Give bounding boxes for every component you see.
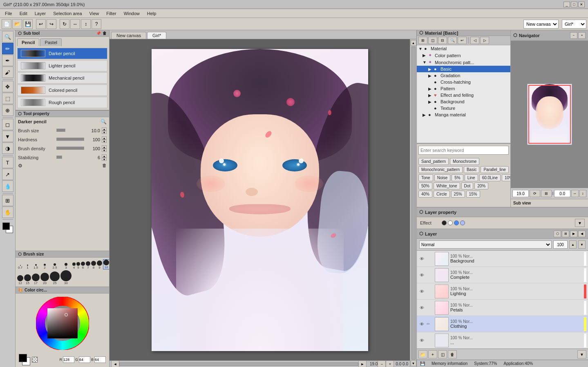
fg-swatch[interactable] — [19, 354, 27, 362]
rotate-button[interactable]: ↻ — [60, 19, 69, 29]
layer-vis-clothing[interactable]: 👁 — [418, 321, 425, 327]
subtool-rough-pencil[interactable]: Rough pencil — [17, 97, 107, 108]
toolprop-trash-icon[interactable]: 🗑 — [102, 163, 107, 169]
stabilizing-up[interactable]: ▲ — [102, 154, 107, 158]
canvas-tab-girl[interactable]: Girl* — [147, 32, 166, 39]
redo-button[interactable]: ↪ — [47, 19, 56, 29]
lp-dot-white[interactable] — [448, 220, 453, 225]
bs-20[interactable]: 20 — [40, 273, 49, 285]
bs-2.5[interactable]: 2.5 — [50, 263, 60, 269]
density-slider[interactable] — [56, 147, 84, 151]
tag-25pct[interactable]: 25% — [451, 191, 465, 198]
transparent-swatch[interactable] — [32, 357, 38, 363]
text-tool-btn[interactable]: T — [2, 157, 13, 168]
layer-header-btn1[interactable]: ⬡ — [554, 231, 561, 237]
density-up[interactable]: ▲ — [102, 145, 107, 149]
undo-button[interactable]: ↩ — [36, 19, 46, 29]
mat-toolbar-btn5[interactable]: ↩ — [458, 37, 467, 44]
tag-whitetone[interactable]: White_tone — [434, 182, 460, 189]
bs-4[interactable]: 4 — [72, 262, 76, 269]
tree-monochromic[interactable]: ▼ ✦ Monochromic patt... — [417, 59, 510, 66]
bs-7[interactable]: 7 — [86, 261, 90, 269]
bs-10[interactable]: 10 — [103, 259, 110, 269]
tree-pattern[interactable]: ▶ ● Pattern — [417, 85, 510, 92]
canvas-select[interactable]: New canvas — [523, 20, 559, 29]
fill-tool-btn[interactable]: ▼ — [2, 131, 13, 142]
tab-pastel[interactable]: Pastel — [40, 38, 62, 46]
lp-dot-blue[interactable] — [454, 220, 459, 225]
density-stepper[interactable]: ▲ ▼ — [102, 145, 107, 152]
bs-2[interactable]: 2 — [40, 264, 49, 269]
bs-30[interactable]: 30 — [60, 270, 72, 285]
tree-basic[interactable]: ▶ ● Basic — [417, 66, 510, 72]
mat-toolbar-btn6[interactable]: ◁ — [470, 37, 479, 44]
lp-dot-lightblue[interactable] — [460, 220, 465, 225]
layer-header-btn4[interactable]: ◀ — [578, 231, 586, 237]
color-r-input[interactable] — [63, 356, 74, 363]
nav-zoom-out-btn[interactable]: − — [570, 32, 577, 39]
tree-effect[interactable]: ▶ ♥ Effect and felling — [417, 92, 510, 98]
menu-filter[interactable]: Filter — [103, 10, 119, 17]
brushsize-stepper[interactable]: ▲ ▼ — [102, 127, 107, 134]
close-button[interactable]: ✕ — [578, 2, 585, 7]
menu-edit[interactable]: Edit — [16, 10, 31, 17]
brushsize-down[interactable]: ▼ — [102, 131, 107, 134]
tree-texture[interactable]: ▶ ● Texture — [417, 105, 510, 111]
tag-sand[interactable]: Sand_pattern — [418, 158, 449, 165]
layer-row-background[interactable]: 👁 100 % Nor... Background — [417, 251, 588, 267]
bs-6[interactable]: 6 — [81, 262, 85, 269]
layer-copy[interactable]: ◫ — [438, 350, 447, 358]
bs-1.5[interactable]: 1.5 — [32, 264, 40, 269]
hardness-down[interactable]: ▼ — [102, 140, 107, 143]
mat-toolbar-btn3[interactable]: ⊟ — [438, 37, 447, 44]
flip-h-button[interactable]: ↔ — [70, 19, 80, 29]
lp-color-selector[interactable]: ▼ — [575, 219, 585, 227]
layer-vis-lighting[interactable]: 👁 — [418, 288, 425, 295]
move-tool-btn[interactable]: ✥ — [2, 81, 13, 92]
tag-10pct[interactable]: 10% — [502, 174, 511, 181]
menu-selection[interactable]: Selection area — [50, 10, 85, 17]
stabilizing-down[interactable]: ▼ — [102, 158, 107, 161]
nav-zoom-slider[interactable] — [552, 192, 553, 195]
mat-toolbar-btn7[interactable]: ▷ — [480, 37, 489, 44]
tag-40pct[interactable]: 40% — [418, 191, 432, 198]
tag-5pct[interactable]: 5% — [452, 174, 463, 181]
mat-toolbar-btn2[interactable]: ◫ — [428, 37, 437, 44]
layer-add-folder[interactable]: 📁 — [418, 350, 427, 358]
canvas-vscrollbar[interactable] — [411, 47, 416, 360]
tree-background[interactable]: ▶ ● Background — [417, 98, 510, 105]
layer-blend-mode-select[interactable]: Normal — [419, 240, 552, 249]
nav-zoom-in-btn[interactable]: + — [578, 32, 586, 39]
gradation-tool-btn[interactable]: ◑ — [2, 142, 13, 154]
layer-opacity-up[interactable]: ▼ — [578, 240, 586, 249]
tag-basic[interactable]: Basic — [464, 166, 479, 173]
menu-help[interactable]: Help — [144, 10, 160, 17]
help-button[interactable]: ? — [92, 19, 101, 29]
subtool-darker-pencil[interactable]: Darker pencil — [17, 48, 107, 59]
zoom-tool-btn[interactable]: 🔍 — [2, 31, 13, 42]
tag-mono[interactable]: Monochrome — [450, 158, 479, 165]
color-wheel[interactable] — [36, 297, 89, 350]
layer-merge-down[interactable]: ▼ — [577, 350, 586, 358]
toolprop-settings-icon[interactable]: ⚙ — [18, 163, 22, 169]
brush-tool-btn[interactable]: 🖌 — [2, 67, 13, 78]
layer-row-petals[interactable]: 👁 100 % Nor... Petals — [417, 300, 588, 316]
hardness-slider[interactable] — [56, 138, 84, 142]
hand-tool-btn[interactable]: ✋ — [2, 207, 13, 218]
tag-circle[interactable]: Circle — [434, 191, 450, 198]
canvas-tab-new[interactable]: New canvas — [111, 32, 146, 39]
brushsize-slider[interactable] — [56, 129, 84, 133]
color-b-input[interactable] — [94, 356, 106, 363]
canvas-image-area[interactable] — [110, 39, 410, 360]
mat-toolbar-btn1[interactable]: ⊞ — [418, 37, 427, 44]
lasso-tool-btn[interactable]: ⊕ — [2, 105, 13, 116]
tab-pencil[interactable]: Pencil — [17, 38, 39, 46]
layer-opacity-down[interactable]: ▲ — [569, 240, 577, 249]
toolprop-search-icon[interactable]: 🔍 — [101, 119, 107, 125]
tag-50pct[interactable]: 50% — [418, 182, 432, 189]
layer-row-extra[interactable]: 👁 100 % Nor... ... — [417, 332, 588, 349]
subtool-pin[interactable]: 📌 — [96, 31, 101, 36]
nav-reset-btn[interactable]: ⟳ — [530, 190, 540, 197]
canvas-scroll-h[interactable]: ◄ ► 19.0 − + 0.0 0.0 — [110, 360, 410, 367]
canvas-zoom-out[interactable]: − — [378, 360, 386, 367]
